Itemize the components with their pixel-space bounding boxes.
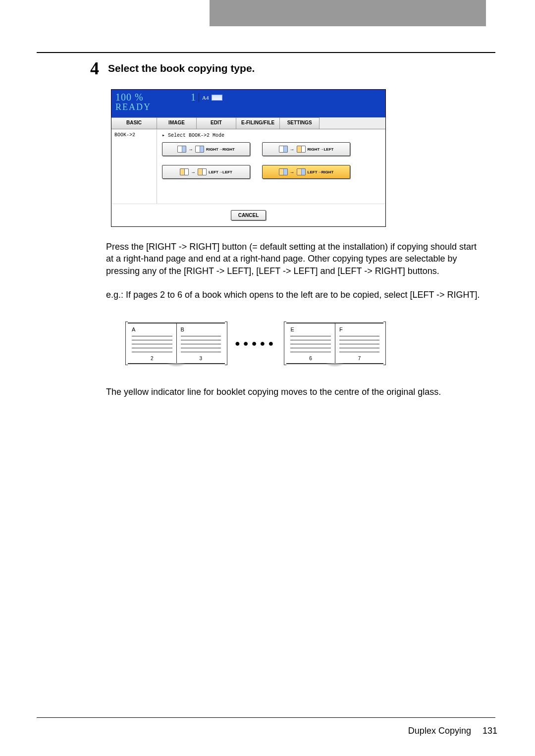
text-line-icon [290,348,331,348]
book-icon [279,146,288,153]
paper-icon [212,95,222,101]
arrow-icon: → [191,169,196,175]
footer-page-number: 131 [482,726,497,736]
text-line-icon [132,348,172,348]
book-spine-icon [325,363,345,367]
text-line-icon [181,348,221,348]
page-number: 2 [132,356,172,361]
mode-right-right-button[interactable]: → RIGHT→RIGHT [162,142,250,156]
text-line-icon [339,336,380,336]
arrow-icon: → [290,147,295,152]
page-label: B [181,326,221,332]
book-diagram: A 2 B 3 ●●●●● E [127,323,495,364]
mode-label: RIGHT→RIGHT [206,147,235,152]
page-right: B 3 [176,324,225,363]
page-left: A 2 [128,324,176,363]
page-number: 3 [181,356,221,361]
status-right: 1 A4 [191,92,222,103]
paragraph-1: Press the [RIGHT -> RIGHT] button (= def… [106,241,486,277]
book-right: E 6 F 7 [285,323,384,364]
tab-edit[interactable]: EDIT [197,117,236,129]
mode-left-left-button[interactable]: → LEFT→LEFT [162,165,250,179]
book-left: A 2 B 3 [127,323,226,364]
cancel-button[interactable]: CANCEL [231,210,267,220]
text-line-icon [290,344,331,344]
arrow-icon: → [290,169,295,175]
book-icon [279,168,288,175]
step-row: 4 Select the book copying type. [90,59,495,77]
mode-left-right-button[interactable]: → LEFT→RIGHT [262,165,350,179]
zoom-unit: % [135,92,144,103]
text-line-icon [132,340,172,340]
book-icon [198,168,207,175]
copy-count: 1 [191,92,196,103]
text-line-icon [339,348,380,348]
text-line-icon [132,336,172,336]
text-line-icon [290,340,331,340]
book-icon [297,146,306,153]
book-icon [297,168,306,175]
paper-size-label: A4 [202,95,209,101]
mode-label: LEFT→RIGHT [308,170,334,174]
text-line-icon [339,344,380,344]
step-number: 4 [90,59,99,77]
header-band [210,0,486,26]
zoom-percent: 100 % [115,92,381,103]
top-rule [37,52,495,53]
mode-right-left-button[interactable]: → RIGHT→LEFT [262,142,350,156]
status-bar: 100 % READY 1 A4 [111,90,385,117]
paragraph-3: The yellow indicator line for booklet co… [106,386,486,398]
mode-label: RIGHT→LEFT [308,147,334,152]
text-line-icon [339,340,380,340]
page-label: A [132,326,172,332]
mode-label: LEFT→LEFT [209,170,232,174]
tab-settings[interactable]: SETTINGS [280,117,320,129]
footer-section: Duplex Copying [408,726,471,736]
page-left: E 6 [286,324,335,363]
text-line-icon [290,352,331,352]
select-mode-label: Select BOOK->2 Mode [162,132,380,138]
text-line-icon [181,340,221,340]
ready-status: READY [115,102,381,112]
tab-bar: BASIC IMAGE EDIT E-FILING/FILE SETTINGS [111,117,385,129]
arrow-icon: → [188,147,193,152]
zoom-value: 100 [115,92,132,103]
tab-basic[interactable]: BASIC [111,117,157,129]
text-line-icon [132,344,172,344]
mode-button-grid: → RIGHT→RIGHT → RIGHT→LEFT → LE [162,142,350,179]
text-line-icon [181,344,221,344]
ui-main: Select BOOK->2 Mode → RIGHT→RIGHT → RIGH… [157,129,385,204]
ui-body: BOOK->2 Select BOOK->2 Mode → RIGHT→RIGH… [111,129,385,204]
page-number: 6 [290,356,331,361]
text-line-icon [132,352,172,352]
page-label: F [339,326,380,332]
book-icon [195,146,204,153]
book-icon [180,168,189,175]
text-line-icon [181,352,221,352]
page-footer: Duplex Copying 131 [408,726,497,736]
book-icon [177,146,186,153]
text-line-icon [290,336,331,336]
page-number: 7 [339,356,380,361]
tab-image[interactable]: IMAGE [157,117,197,129]
ellipsis-icon: ●●●●● [230,338,281,349]
page-right: F 7 [335,324,384,363]
bottom-rule [37,717,495,718]
paragraph-2: e.g.: If pages 2 to 6 of a book which op… [106,289,486,301]
book-spine-icon [166,363,186,367]
text-line-icon [339,352,380,352]
content-area: 4 Select the book copying type. 100 % RE… [37,59,495,398]
ui-sidebar: BOOK->2 [111,129,157,204]
page-label: E [290,326,331,332]
ui-footer: CANCEL [111,204,385,226]
step-title: Select the book copying type. [108,59,255,74]
text-line-icon [181,336,221,336]
divider-icon [199,93,199,102]
printer-ui-panel: 100 % READY 1 A4 BASIC IMAGE EDIT E-FILI… [111,89,386,227]
tab-efiling[interactable]: E-FILING/FILE [236,117,280,129]
